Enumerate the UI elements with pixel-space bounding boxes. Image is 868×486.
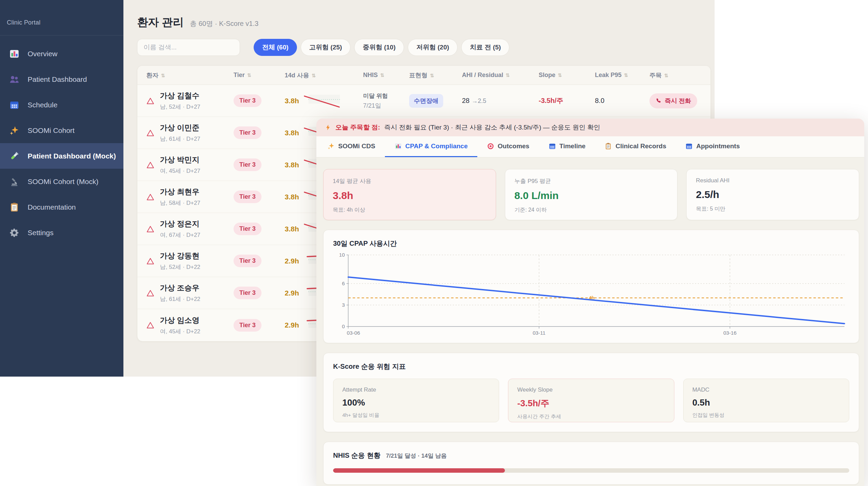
app-root: Clinic Portal Overview Patient Dashboard… (0, 0, 868, 486)
column-header-환자[interactable]: 환자⇅ (137, 71, 225, 79)
tier-cell: Tier 3 (225, 158, 276, 171)
column-header-주목[interactable]: 주목⇅ (641, 71, 711, 79)
tab-timeline[interactable]: Timeline (539, 136, 595, 157)
nhis-days: 7/21일 (363, 102, 401, 110)
patient-cell: 가상 정은지 여, 67세 · D+27 (137, 219, 225, 239)
column-header-leak-p95[interactable]: Leak P95⇅ (587, 72, 641, 79)
patient-demographics: 여, 45세 · D+27 (160, 167, 200, 175)
chart-title: 30일 CPAP 사용시간 (333, 239, 849, 248)
metric-label: 누출 P95 평균 (514, 177, 668, 185)
metric-value: 2.5/h (696, 189, 850, 200)
sidebar-item-settings[interactable]: Settings (0, 220, 123, 245)
warning-triangle-icon (146, 257, 154, 265)
sort-icon: ⇅ (664, 73, 669, 78)
cpap-usage-chart: 036104h03-0603-1103-16 (333, 252, 849, 337)
column-header-14d-사용[interactable]: 14d 사용⇅ (276, 71, 355, 79)
bar-chart-icon (394, 142, 402, 150)
nhis-title: NHIS 순응 현황 (333, 451, 380, 460)
residual-ahi-value: →2.5 (472, 97, 486, 104)
svg-text:0: 0 (342, 323, 345, 329)
filter-chip-저위험-20[interactable]: 저위험 (20) (408, 39, 458, 56)
sort-icon: ⇅ (380, 72, 385, 78)
tier-cell: Tier 3 (225, 287, 276, 299)
warning-triangle-icon (146, 129, 154, 137)
sparkles-icon (9, 125, 19, 136)
sidebar-item-label: Schedule (28, 101, 58, 109)
patient-cell: 가상 조승우 남, 61세 · D+22 (137, 283, 225, 303)
sort-icon: ⇅ (558, 72, 562, 78)
usage-value: 2.9h (285, 257, 299, 265)
usage-cell: 3.8h (276, 92, 355, 110)
metric-subtext: 목표: 4h 이상 (333, 207, 487, 214)
patient-name: 가상 이민준 (160, 123, 200, 133)
filter-chip-고위험-25[interactable]: 고위험 (25) (301, 39, 350, 56)
risk-filter-chips: 전체 (60) 고위험 (25) 중위험 (10) 저위험 (20) 치료 전 … (254, 39, 509, 56)
filter-chip-치료-전-5[interactable]: 치료 전 (5) (461, 39, 509, 56)
calendar-icon (685, 142, 693, 150)
sidebar-item-label: Settings (28, 229, 54, 237)
phone-icon (656, 98, 662, 104)
patient-name: 가상 최현우 (160, 187, 200, 197)
slope-cell: -3.5h/주 (530, 96, 587, 105)
patient-name: 가상 박민지 (160, 155, 200, 165)
sparkles-icon (327, 142, 335, 150)
patient-cell: 가상 최현우 남, 58세 · D+27 (137, 187, 225, 207)
kscore-grid: Attempt Rate 100% 4h+ 달성일 비율 Weekly Slop… (333, 379, 849, 422)
tier-cell: Tier 3 (225, 223, 276, 235)
tab-label: Outcomes (498, 142, 529, 150)
patient-cell: 가상 임소영 여, 45세 · D+22 (137, 315, 225, 335)
test-tube-icon (9, 151, 19, 161)
metric-card-14일-평균-사용: 14일 평균 사용 3.8h 목표: 4h 이상 (323, 169, 496, 220)
sidebar-item-documentation[interactable]: Documentation (0, 194, 123, 220)
table-row-가상-김철수[interactable]: 가상 김철수 남, 52세 · D+27 Tier 3 3.8h 미달 위험 7… (137, 85, 710, 117)
tab-appointments[interactable]: Appointments (676, 136, 749, 157)
kscore-metric-weekly-slope: Weekly Slope -3.5h/주 사용시간 주간 추세 (508, 379, 674, 422)
column-header-표현형[interactable]: 표현형⇅ (401, 71, 454, 79)
tier-badge: Tier 3 (234, 126, 261, 139)
tab-soomi-cds[interactable]: SOOMi CDS (318, 136, 385, 157)
tab-cpap-compliance[interactable]: CPAP & Compliance (385, 136, 477, 157)
users-icon (9, 74, 19, 85)
column-header-slope[interactable]: Slope⇅ (530, 72, 587, 79)
kscore-metric-madc: MADC 0.5h 인접일 변동성 (683, 379, 849, 422)
sidebar-item-schedule[interactable]: Schedule (0, 92, 123, 118)
sidebar-item-overview[interactable]: Overview (0, 41, 123, 66)
metric-subtext: 목표: 5 미만 (696, 206, 850, 213)
column-header-nhis[interactable]: NHIS⇅ (355, 72, 401, 79)
sort-icon: ⇅ (624, 72, 628, 78)
filter-chip-전체-60[interactable]: 전체 (60) (254, 39, 297, 56)
patient-name: 가상 임소영 (160, 315, 200, 325)
sidebar-item-label: Documentation (28, 203, 76, 211)
nhis-cell: 미달 위험 7/21일 (355, 92, 401, 110)
sidebar-item-soomi-cohort[interactable]: SOOMi Cohort (0, 118, 123, 143)
patient-name: 가상 김철수 (160, 91, 200, 101)
today-alert-banner: 오늘 주목할 점: 즉시 전화 필요 (Tier 3) · 최근 사용 감소 추… (316, 119, 864, 136)
filter-chip-중위험-10[interactable]: 중위험 (10) (354, 39, 404, 56)
sidebar-item-soomi-cohort-mock[interactable]: SOOMi Cohort (Mock) (0, 169, 123, 194)
metric-subtext: 기준: 24 이하 (514, 207, 668, 214)
sidebar-item-patient-dashboard-mock[interactable]: Patient Dashboard (Mock) (0, 143, 123, 169)
filter-controls: 전체 (60) 고위험 (25) 중위험 (10) 저위험 (20) 치료 전 … (137, 39, 715, 56)
tier-cell: Tier 3 (225, 191, 276, 203)
kscore-card: K-Score 순응 위험 지표 Attempt Rate 100% 4h+ 달… (323, 353, 859, 432)
calendar-icon (9, 100, 19, 110)
call-now-button[interactable]: 즉시 전화 (649, 93, 697, 108)
column-header-tier[interactable]: Tier⇅ (225, 72, 276, 79)
tab-clinical-records[interactable]: Clinical Records (595, 136, 676, 157)
patient-cell: 가상 강동현 남, 52세 · D+22 (137, 251, 225, 271)
patient-demographics: 남, 52세 · D+22 (160, 263, 200, 271)
tab-outcomes[interactable]: Outcomes (477, 136, 539, 157)
sidebar-item-label: SOOMi Cohort (28, 126, 75, 135)
kscore-metric-value: -3.5h/주 (517, 397, 665, 409)
sort-icon: ⇅ (161, 73, 165, 78)
tier-badge: Tier 3 (234, 223, 261, 235)
sidebar-item-patient-dashboard[interactable]: Patient Dashboard (0, 66, 123, 92)
patient-demographics: 남, 61세 · D+27 (160, 135, 200, 143)
column-header-ahi-residual[interactable]: AHI / Residual⇅ (454, 72, 530, 79)
calendar-icon (549, 142, 556, 150)
patient-name: 가상 조승우 (160, 283, 200, 293)
usage-value: 2.9h (285, 321, 299, 329)
filter-chip-label: 저위험 (20) (416, 43, 449, 52)
search-input[interactable] (137, 39, 240, 56)
usage-value: 3.8h (285, 193, 299, 201)
